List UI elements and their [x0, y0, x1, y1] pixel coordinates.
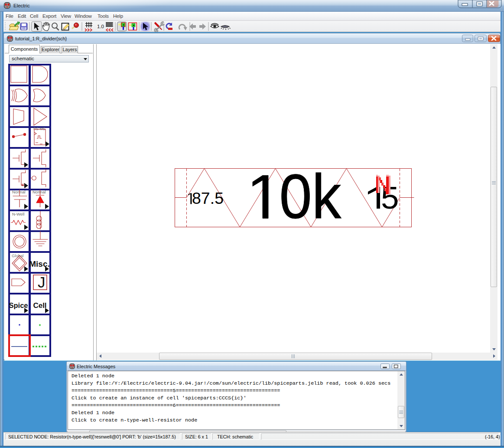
svg-text:Spice: Spice [9, 301, 28, 309]
svg-text:Cell: Cell [33, 301, 46, 310]
svg-text:Normal: Normal [33, 190, 46, 194]
svg-text:0k: 0k [280, 162, 342, 232]
svg-text:1.0: 1.0 [97, 24, 104, 29]
svg-text:Normal: Normal [12, 190, 26, 194]
svg-text:RS-MS: RS-MS [33, 127, 46, 131]
svg-text:J: J [38, 274, 46, 291]
svg-text:87.5: 87.5 [192, 190, 224, 207]
svg-text:N-Well: N-Well [12, 212, 24, 216]
svg-text:Misc.: Misc. [29, 259, 50, 268]
